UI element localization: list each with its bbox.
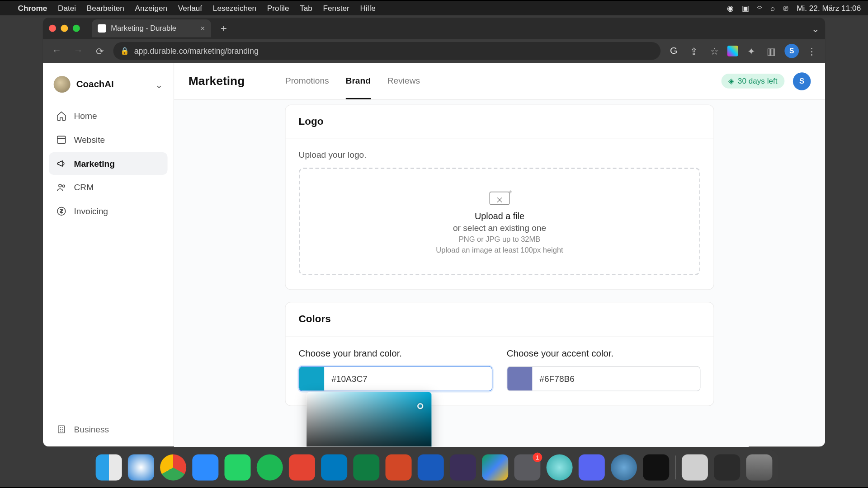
spotlight-icon[interactable]: ⌕ xyxy=(770,4,775,13)
mac-menu-verlauf[interactable]: Verlauf xyxy=(178,4,202,13)
workspace-logo xyxy=(54,76,71,93)
dock-app-settings[interactable]: 1 xyxy=(514,454,540,480)
dock-app-circle[interactable] xyxy=(547,454,573,480)
svg-point-1 xyxy=(59,184,61,187)
new-tab-button[interactable]: + xyxy=(217,22,231,35)
battery-icon[interactable]: ▣ xyxy=(742,4,749,13)
back-button[interactable]: ← xyxy=(49,43,64,59)
extensions-menu-icon[interactable]: ✦ xyxy=(744,44,759,58)
record-icon[interactable]: ◉ xyxy=(727,4,734,13)
tab-close-icon[interactable]: × xyxy=(200,23,205,33)
tag-icon: ◈ xyxy=(728,76,734,85)
extension-icon[interactable] xyxy=(727,46,738,56)
brand-color-swatch[interactable] xyxy=(299,367,324,391)
workspace-switcher[interactable]: CoachAI ⌄ xyxy=(43,71,174,103)
sidebar-item-invoicing[interactable]: Invoicing xyxy=(49,200,167,222)
dock-app-word[interactable] xyxy=(418,454,444,480)
mac-menu-hilfe[interactable]: Hilfe xyxy=(360,4,375,13)
logo-dropzone[interactable]: + Upload a file or select an existing on… xyxy=(299,168,701,275)
upload-hint-format: PNG or JPG up to 32MB xyxy=(459,235,540,243)
dock-trash[interactable] xyxy=(746,454,772,480)
sidebar-item-business[interactable]: Business xyxy=(49,418,167,441)
mac-menu-lesezeichen[interactable]: Lesezeichen xyxy=(213,4,256,13)
tab-reviews[interactable]: Reviews xyxy=(387,63,420,99)
share-icon[interactable]: ⇪ xyxy=(687,44,701,58)
tab-promotions[interactable]: Promotions xyxy=(285,63,329,99)
trial-badge[interactable]: ◈ 30 days left xyxy=(721,74,784,89)
trial-label: 30 days left xyxy=(738,76,778,85)
dock-app-excel[interactable] xyxy=(353,454,379,480)
sidebar-item-crm[interactable]: CRM xyxy=(49,176,167,199)
address-bar[interactable]: 🔒 app.durable.co/marketing/branding xyxy=(113,42,661,60)
dock-app-todoist[interactable] xyxy=(289,454,315,480)
image-upload-icon: + xyxy=(490,189,510,204)
page-content: CoachAI ⌄ Home Website Marketing xyxy=(43,63,825,446)
dock-app-powerpoint[interactable] xyxy=(386,454,412,480)
window-minimize-button[interactable] xyxy=(61,25,68,32)
dock-app-drive[interactable] xyxy=(482,454,508,480)
tab-overflow-icon[interactable]: ⌄ xyxy=(811,23,819,34)
browser-toolbar: ← → ⟳ 🔒 app.durable.co/marketing/brandin… xyxy=(43,39,825,63)
window-close-button[interactable] xyxy=(49,25,56,32)
sidebar-item-label: Website xyxy=(74,135,105,145)
google-icon[interactable]: G xyxy=(666,44,681,58)
dock-app-imovie[interactable] xyxy=(450,454,476,480)
tab-title: Marketing - Durable xyxy=(111,24,176,32)
sidebar-item-home[interactable]: Home xyxy=(49,104,167,127)
dock-app-safari[interactable] xyxy=(128,454,154,480)
color-picker-handle[interactable] xyxy=(417,403,423,409)
logo-card: Logo Upload your logo. + Upload a file o… xyxy=(285,104,714,290)
mac-menu-bearbeiten[interactable]: Bearbeiten xyxy=(87,4,124,13)
sidebar-item-label: Marketing xyxy=(74,159,115,168)
bookmark-icon[interactable]: ☆ xyxy=(707,44,722,58)
page-title: Marketing xyxy=(189,74,245,88)
dock-app-quicktime[interactable] xyxy=(611,454,637,480)
users-icon xyxy=(56,182,67,193)
accent-color-swatch[interactable] xyxy=(507,367,532,391)
user-avatar[interactable]: S xyxy=(793,72,811,90)
wifi-icon[interactable]: ⌔ xyxy=(757,4,762,13)
dock-app-finder[interactable] xyxy=(96,454,122,480)
sidepanel-icon[interactable]: ▥ xyxy=(764,44,779,58)
dock-app-chrome[interactable] xyxy=(160,454,186,480)
color-sv-plane[interactable] xyxy=(307,392,432,446)
mac-menu-fenster[interactable]: Fenster xyxy=(323,4,349,13)
dock-app-spotify[interactable] xyxy=(257,454,283,480)
color-picker-popover[interactable] xyxy=(307,392,432,446)
svg-rect-4 xyxy=(58,426,65,433)
tab-brand[interactable]: Brand xyxy=(346,63,371,99)
control-center-icon[interactable]: ⎚ xyxy=(783,4,788,13)
dock-app-trello[interactable] xyxy=(321,454,347,480)
brand-color-input[interactable] xyxy=(324,367,492,391)
mac-menu-profile[interactable]: Profile xyxy=(267,4,289,13)
window-zoom-button[interactable] xyxy=(73,25,80,32)
sidebar-item-label: Invoicing xyxy=(74,206,108,216)
mac-app-name[interactable]: Chrome xyxy=(18,4,47,13)
workspace-name: CoachAI xyxy=(76,79,114,90)
profile-avatar[interactable]: S xyxy=(784,44,799,58)
mac-menu-datei[interactable]: Datei xyxy=(58,4,76,13)
dock-app-discord[interactable] xyxy=(579,454,605,480)
dock-app-voice[interactable] xyxy=(643,454,669,480)
dollar-icon xyxy=(56,206,67,217)
sidebar-item-website[interactable]: Website xyxy=(49,128,167,151)
sidebar-item-marketing[interactable]: Marketing xyxy=(49,152,167,175)
mac-menu-tab[interactable]: Tab xyxy=(300,4,312,13)
upload-file-link[interactable]: Upload a file xyxy=(475,210,524,220)
mac-menu-anzeigen[interactable]: Anzeigen xyxy=(135,4,167,13)
browser-tab[interactable]: Marketing - Durable × xyxy=(92,19,211,38)
content-scroll[interactable]: Logo Upload your logo. + Upload a file o… xyxy=(174,100,825,446)
megaphone-icon xyxy=(56,158,67,169)
dock-app-automator[interactable] xyxy=(682,454,708,480)
reload-button[interactable]: ⟳ xyxy=(92,43,107,59)
accent-color-input[interactable] xyxy=(533,367,700,391)
dock-app-whatsapp[interactable] xyxy=(224,454,250,480)
dock-folder[interactable] xyxy=(714,454,740,480)
chrome-menu-icon[interactable]: ⋮ xyxy=(805,44,819,58)
app-sidebar: CoachAI ⌄ Home Website Marketing xyxy=(43,63,174,446)
mac-clock[interactable]: Mi. 22. März 11:06 xyxy=(797,4,861,13)
dock-app-zoom[interactable] xyxy=(192,454,218,480)
mac-menubar: Chrome Datei Bearbeiten Anzeigen Verlauf… xyxy=(0,1,868,15)
dock-separator xyxy=(675,455,675,479)
forward-button[interactable]: → xyxy=(71,43,86,59)
